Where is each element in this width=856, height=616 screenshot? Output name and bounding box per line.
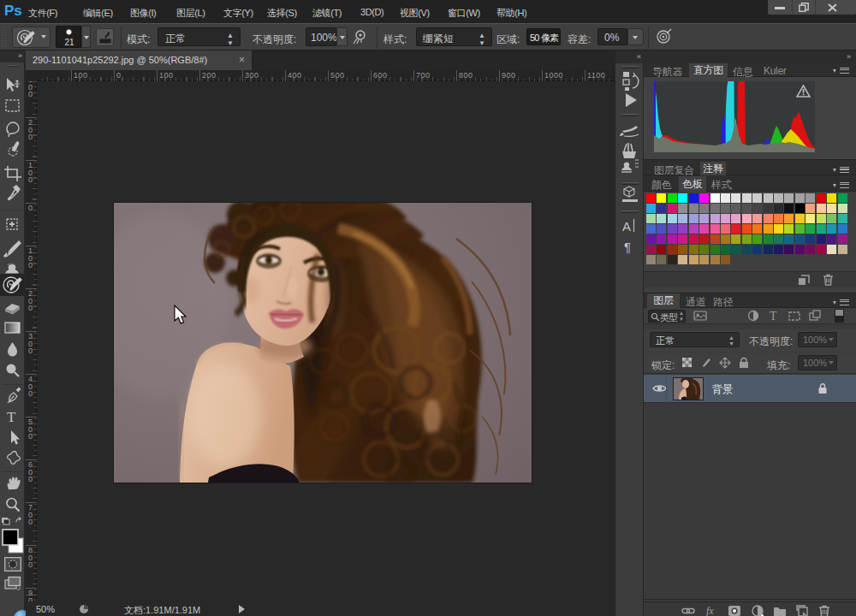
svg-text:¶: ¶ [624, 240, 631, 254]
svg-text:A: A [622, 219, 631, 234]
svg-text:T: T [7, 409, 16, 425]
svg-text:fx: fx [706, 605, 714, 616]
svg-text:T: T [770, 310, 777, 323]
